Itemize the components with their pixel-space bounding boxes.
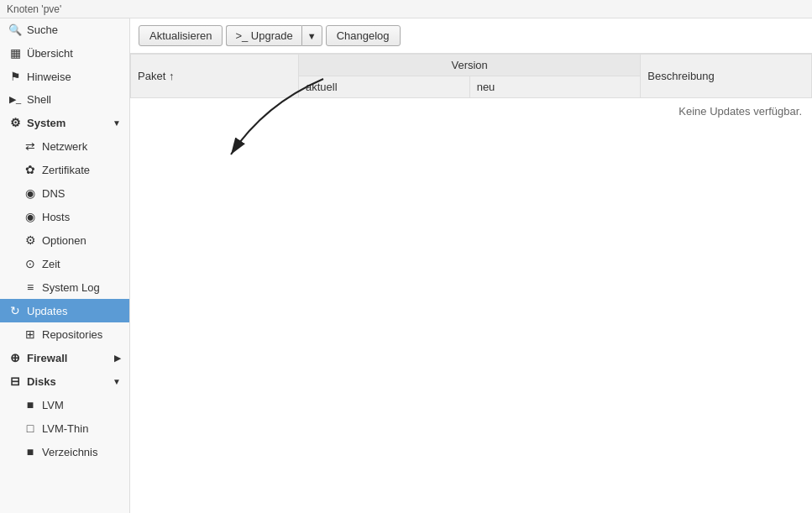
no-updates-message: Keine Updates verfügbar. bbox=[130, 98, 812, 124]
disks-icon: ⊟ bbox=[8, 374, 22, 388]
sidebar-item-dns[interactable]: ◉ DNS bbox=[0, 181, 129, 205]
sidebar-shell-label: Shell bbox=[27, 93, 51, 106]
sidebar-updates-label: Updates bbox=[27, 305, 67, 317]
sidebar-item-lvm[interactable]: ■ LVM bbox=[0, 393, 129, 416]
sidebar-verzeichnis-label: Verzeichnis bbox=[42, 446, 97, 458]
disks-chevron-icon: ▼ bbox=[113, 377, 121, 386]
upgrade-button[interactable]: >_ Upgrade bbox=[226, 25, 301, 46]
th-beschreibung[interactable]: Beschreibung bbox=[641, 55, 812, 98]
system-chevron-icon: ▼ bbox=[113, 118, 121, 128]
sidebar-item-zeit[interactable]: ⊙ Zeit bbox=[0, 252, 129, 275]
system-icon: ⚙ bbox=[8, 116, 22, 129]
sidebar-section-disks[interactable]: ⊟ Disks ▼ bbox=[0, 369, 129, 393]
lvm-thin-icon: □ bbox=[24, 421, 37, 435]
sidebar-item-system-log[interactable]: ≡ System Log bbox=[0, 275, 129, 299]
sidebar-dns-label: DNS bbox=[42, 187, 65, 200]
zertifikate-icon: ✿ bbox=[24, 163, 37, 176]
sidebar-zertifikate-label: Zertifikate bbox=[42, 164, 90, 176]
sidebar-item-verzeichnis[interactable]: ■ Verzeichnis bbox=[0, 440, 129, 463]
updates-icon: ↻ bbox=[8, 304, 22, 317]
upgrade-split-button: >_ Upgrade ▼ bbox=[226, 25, 322, 46]
shell-icon: ▶_ bbox=[8, 94, 22, 105]
sort-asc-icon: ↑ bbox=[169, 70, 175, 82]
sidebar-item-search[interactable]: 🔍 Suche bbox=[0, 18, 129, 41]
optionen-icon: ⚙ bbox=[24, 233, 37, 247]
sidebar-item-hinweise[interactable]: ⚑ Hinweise bbox=[0, 65, 129, 88]
updates-table: Paket ↑ Version Beschreibung aktuell bbox=[130, 54, 812, 98]
upgrade-label: >_ Upgrade bbox=[235, 29, 292, 42]
sidebar-lvm-thin-label: LVM-Thin bbox=[42, 422, 88, 435]
sidebar-hinweise-label: Hinweise bbox=[27, 71, 71, 83]
system-log-icon: ≡ bbox=[24, 280, 37, 294]
sidebar-lvm-label: LVM bbox=[42, 399, 64, 411]
sidebar-zeit-label: Zeit bbox=[42, 258, 60, 270]
uebersicht-icon: ▦ bbox=[8, 46, 22, 60]
changelog-button[interactable]: Changelog bbox=[326, 25, 401, 46]
dns-icon: ◉ bbox=[24, 186, 37, 200]
sidebar-item-zertifikate[interactable]: ✿ Zertifikate bbox=[0, 158, 129, 181]
sidebar-item-hosts[interactable]: ◉ Hosts bbox=[0, 205, 129, 228]
th-version: Version bbox=[299, 55, 641, 76]
sidebar-item-lvm-thin[interactable]: □ LVM-Thin bbox=[0, 416, 129, 440]
sidebar-section-system[interactable]: ⚙ System ▼ bbox=[0, 111, 129, 134]
upgrade-dropdown-button[interactable]: ▼ bbox=[301, 25, 322, 46]
content-area: Aktualisieren >_ Upgrade ▼ Changelog bbox=[130, 18, 812, 513]
sidebar-item-shell[interactable]: ▶_ Shell bbox=[0, 88, 129, 111]
sidebar-system-label: System bbox=[27, 117, 65, 129]
sidebar-section-firewall[interactable]: ⊕ Firewall ▶ bbox=[0, 346, 129, 369]
lvm-icon: ■ bbox=[24, 398, 37, 411]
main-layout: 🔍 Suche ▦ Übersicht ⚑ Hinweise ▶_ Shell … bbox=[0, 18, 812, 513]
sidebar-hosts-label: Hosts bbox=[42, 211, 70, 223]
title-bar: Knoten 'pve' bbox=[0, 0, 812, 18]
sidebar-item-repositories[interactable]: ⊞ Repositories bbox=[0, 322, 129, 346]
th-aktuell[interactable]: aktuell bbox=[299, 76, 470, 98]
search-icon: 🔍 bbox=[8, 24, 22, 36]
firewall-icon: ⊕ bbox=[8, 351, 22, 364]
sidebar: 🔍 Suche ▦ Übersicht ⚑ Hinweise ▶_ Shell … bbox=[0, 18, 130, 513]
th-neu[interactable]: neu bbox=[469, 76, 641, 98]
sidebar-firewall-label: Firewall bbox=[27, 352, 67, 364]
sidebar-item-netzwerk[interactable]: ⇄ Netzwerk bbox=[0, 134, 129, 158]
sidebar-search-label: Suche bbox=[27, 24, 58, 36]
table-container: Paket ↑ Version Beschreibung aktuell bbox=[130, 54, 812, 513]
toolbar: Aktualisieren >_ Upgrade ▼ Changelog bbox=[130, 18, 812, 54]
sidebar-optionen-label: Optionen bbox=[42, 234, 86, 247]
sidebar-uebersicht-label: Übersicht bbox=[27, 47, 73, 60]
sidebar-disks-label: Disks bbox=[27, 375, 56, 388]
sidebar-item-updates[interactable]: ↻ Updates bbox=[0, 299, 129, 322]
netzwerk-icon: ⇄ bbox=[24, 139, 37, 153]
firewall-chevron-icon: ▶ bbox=[114, 353, 121, 363]
aktualisieren-button[interactable]: Aktualisieren bbox=[139, 25, 223, 46]
zeit-icon: ⊙ bbox=[24, 257, 37, 270]
hinweise-icon: ⚑ bbox=[8, 70, 22, 83]
sidebar-system-log-label: System Log bbox=[42, 281, 100, 294]
sidebar-repositories-label: Repositories bbox=[42, 328, 102, 341]
sidebar-item-optionen[interactable]: ⚙ Optionen bbox=[0, 228, 129, 252]
sidebar-netzwerk-label: Netzwerk bbox=[42, 140, 87, 153]
sidebar-item-uebersicht[interactable]: ▦ Übersicht bbox=[0, 41, 129, 65]
hosts-icon: ◉ bbox=[24, 210, 37, 223]
th-paket[interactable]: Paket ↑ bbox=[131, 55, 299, 98]
verzeichnis-icon: ■ bbox=[24, 445, 37, 458]
title-text: Knoten 'pve' bbox=[7, 3, 61, 15]
repositories-icon: ⊞ bbox=[24, 327, 37, 341]
